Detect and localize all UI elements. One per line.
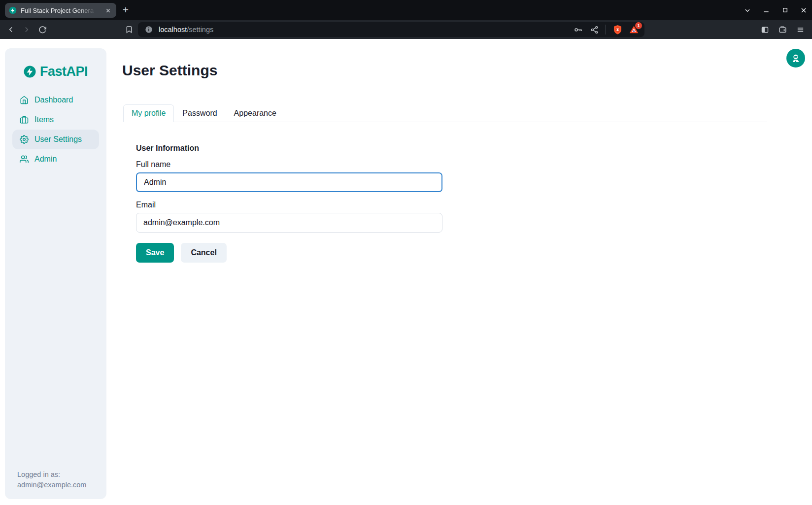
divider: [606, 25, 606, 34]
logged-in-email: admin@example.com: [17, 480, 86, 490]
browser-toolbar: localhost/settings 1: [0, 20, 812, 39]
address-bar[interactable]: localhost/settings 1: [138, 22, 644, 37]
url-text: localhost/settings: [159, 26, 213, 34]
tab-close-icon[interactable]: [103, 6, 112, 15]
sidebar-item-items[interactable]: Items: [12, 110, 99, 130]
share-icon[interactable]: [589, 25, 599, 34]
email-input[interactable]: [136, 213, 442, 233]
logged-in-label: Logged in as:: [17, 470, 86, 480]
sidebar-item-label: Dashboard: [34, 96, 73, 104]
home-icon: [20, 96, 29, 104]
reload-icon[interactable]: [35, 23, 49, 36]
forward-icon[interactable]: [20, 23, 34, 36]
briefcase-icon: [20, 115, 29, 124]
sidebar-item-user-settings[interactable]: User Settings: [12, 130, 99, 149]
fastapi-favicon-icon: [9, 6, 17, 14]
fastapi-logo-icon: [24, 66, 36, 78]
user-menu-button[interactable]: [786, 49, 805, 67]
address-bar-actions: 1: [573, 25, 639, 34]
sidebar: FastAPI Dashboard Items: [5, 48, 106, 499]
gear-icon: [20, 135, 29, 144]
email-label: Email: [136, 201, 442, 209]
url-host: localhost: [159, 26, 187, 34]
tab-password[interactable]: Password: [174, 104, 225, 122]
sidebar-item-label: Items: [34, 115, 54, 124]
tab-title: Full Stack Project Genera: [21, 7, 100, 14]
window-controls: [741, 0, 810, 20]
sidebar-item-admin[interactable]: Admin: [12, 149, 99, 169]
brave-shield-icon[interactable]: [612, 25, 622, 34]
user-astronaut-icon: [790, 53, 801, 64]
screen: Full Stack Project Genera +: [0, 0, 812, 505]
full-name-input[interactable]: [136, 172, 442, 192]
page-title: User Settings: [122, 62, 217, 79]
tab-my-profile[interactable]: My profile: [123, 104, 174, 122]
minimize-icon[interactable]: [760, 4, 773, 17]
logged-in-info: Logged in as: admin@example.com: [17, 470, 86, 490]
users-icon: [20, 155, 29, 164]
brave-rewards-icon[interactable]: 1: [629, 25, 639, 34]
sidebar-item-label: User Settings: [34, 135, 82, 144]
sidebar-item-dashboard[interactable]: Dashboard: [12, 90, 99, 110]
form-actions: Save Cancel: [136, 243, 442, 263]
sidebar-panel-icon[interactable]: [758, 23, 772, 36]
user-information-form: User Information Full name Email Save Ca…: [136, 144, 442, 263]
browser-titlebar: Full Stack Project Genera +: [0, 0, 812, 20]
tab-appearance[interactable]: Appearance: [226, 104, 285, 122]
app-page: FastAPI Dashboard Items: [0, 39, 812, 505]
full-name-label: Full name: [136, 160, 442, 169]
rewards-badge: 1: [635, 22, 642, 29]
site-info-icon[interactable]: [144, 25, 154, 34]
save-button[interactable]: Save: [136, 243, 174, 263]
fastapi-logo[interactable]: FastAPI: [5, 48, 106, 79]
back-icon[interactable]: [4, 23, 18, 36]
close-icon[interactable]: [797, 4, 810, 17]
sidebar-item-label: Admin: [34, 155, 57, 164]
key-icon[interactable]: [573, 25, 583, 34]
url-path: /settings: [187, 26, 213, 34]
bookmark-icon[interactable]: [122, 23, 136, 36]
section-title: User Information: [136, 144, 442, 153]
new-tab-button[interactable]: +: [119, 3, 132, 16]
sidebar-nav: Dashboard Items User Settings: [5, 90, 106, 169]
maximize-icon[interactable]: [778, 4, 791, 17]
settings-tabs: My profile Password Appearance: [123, 104, 767, 122]
browser-tab[interactable]: Full Stack Project Genera: [5, 3, 116, 18]
wallet-icon[interactable]: [776, 23, 789, 36]
tab-search-icon[interactable]: [741, 4, 754, 17]
logo-text: FastAPI: [40, 64, 88, 79]
menu-icon[interactable]: [793, 23, 807, 36]
toolbar-right: [758, 23, 812, 36]
cancel-button[interactable]: Cancel: [181, 243, 226, 263]
